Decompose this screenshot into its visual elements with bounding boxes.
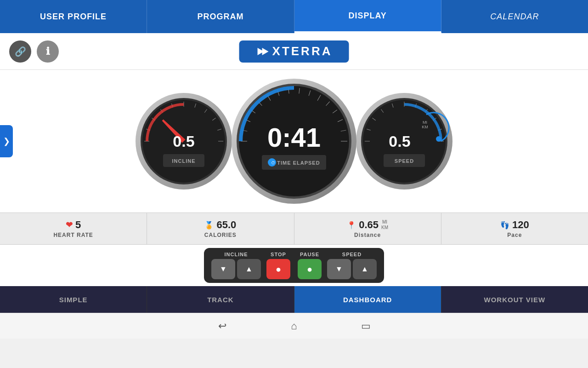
- distance-icon: 📍: [347, 221, 356, 230]
- stop-control-group: STOP ●: [266, 252, 290, 279]
- incline-down-button[interactable]: ▼: [211, 259, 235, 279]
- stat-distance-label: Distance: [354, 232, 381, 238]
- stat-heart-rate-value: ❤ 5: [66, 219, 81, 231]
- tab-simple[interactable]: SIMPLE: [0, 286, 147, 313]
- nav-program[interactable]: PROGRAM: [147, 0, 294, 33]
- pace-icon: 👣: [500, 221, 509, 230]
- gauges-area: ❯: [0, 70, 588, 213]
- stat-calories-label: CALORIES: [204, 232, 237, 238]
- svg-marker-1: [262, 48, 269, 55]
- incline-control-group: INCLINE ▼ ▲: [211, 252, 261, 279]
- svg-text:SPEED: SPEED: [395, 158, 414, 164]
- stop-control-label: STOP: [271, 252, 286, 257]
- svg-text:KM: KM: [422, 125, 428, 129]
- nav-calendar[interactable]: CALENDAR: [441, 0, 588, 33]
- svg-text:INCLINE: INCLINE: [172, 158, 196, 164]
- incline-control-label: INCLINE: [225, 252, 248, 257]
- top-navigation: USER PROFILE PROGRAM DISPLAY CALENDAR: [0, 0, 588, 33]
- nav-display[interactable]: DISPLAY: [294, 0, 441, 33]
- stats-bar: ❤ 5 HEART RATE 🏅 65.0 CALORIES 📍 0.65 MI…: [0, 213, 588, 245]
- svg-text:TIME ELAPSED: TIME ELAPSED: [277, 160, 320, 166]
- stat-pace-label: Pace: [507, 232, 522, 238]
- svg-text:MI: MI: [423, 120, 427, 125]
- info-icon-button[interactable]: ℹ: [37, 40, 59, 63]
- stat-distance: 📍 0.65 MIKM Distance: [294, 213, 441, 244]
- pause-control-group: PAUSE ●: [298, 252, 322, 279]
- speed-gauge-container: MI KM 0.5 SPEED: [354, 77, 455, 206]
- incline-gauge-svg: INCLINE 0.5: [133, 91, 234, 192]
- recents-button[interactable]: ▭: [357, 318, 374, 334]
- nav-user-profile[interactable]: USER PROFILE: [0, 0, 147, 33]
- speed-up-button[interactable]: ▲: [353, 259, 377, 279]
- svg-point-58: [436, 136, 441, 142]
- incline-gauge-container: INCLINE 0.5: [133, 77, 234, 206]
- back-button[interactable]: ↩: [214, 318, 231, 334]
- time-elapsed-gauge-svg: 0:41 ⏱ TIME ELAPSED: [230, 77, 358, 206]
- speed-down-button[interactable]: ▼: [327, 259, 351, 279]
- link-icon-button[interactable]: 🔗: [9, 40, 31, 63]
- scroll-left-arrow[interactable]: ❯: [0, 125, 13, 157]
- pause-button[interactable]: ●: [298, 259, 322, 279]
- calories-icon: 🏅: [204, 221, 214, 230]
- stat-calories: 🏅 65.0 CALORIES: [147, 213, 294, 244]
- svg-text:0:41: 0:41: [267, 122, 321, 152]
- xterra-logo[interactable]: XTERRA: [239, 40, 349, 63]
- heart-icon: ❤: [66, 220, 73, 230]
- stat-heart-rate-label: HEART RATE: [53, 232, 93, 238]
- system-nav: ↩ ⌂ ▭: [0, 313, 588, 339]
- stat-heart-rate: ❤ 5 HEART RATE: [0, 213, 147, 244]
- tab-workout-view[interactable]: WORKOUT VIEW: [441, 286, 588, 313]
- xterra-logo-icon: [256, 44, 271, 59]
- speed-control-label: SPEED: [342, 252, 362, 257]
- svg-text:0.5: 0.5: [173, 132, 194, 150]
- header-icons: 🔗 ℹ: [9, 40, 59, 63]
- stat-pace-value: 👣 120: [500, 219, 529, 231]
- incline-up-button[interactable]: ▲: [237, 259, 261, 279]
- controls-panel: INCLINE ▼ ▲ STOP ● PAUSE ● SPEED ▼ ▲: [204, 248, 384, 283]
- svg-text:⏱: ⏱: [271, 161, 275, 165]
- speed-buttons: ▼ ▲: [327, 259, 377, 279]
- speed-control-group: SPEED ▼ ▲: [327, 252, 377, 279]
- xterra-logo-text: XTERRA: [272, 44, 333, 58]
- tab-track[interactable]: TRACK: [147, 286, 294, 313]
- controls-bar: INCLINE ▼ ▲ STOP ● PAUSE ● SPEED ▼ ▲: [0, 245, 588, 286]
- stat-pace: 👣 120 Pace: [441, 213, 588, 244]
- tab-dashboard[interactable]: DASHBOARD: [294, 286, 441, 313]
- stop-button[interactable]: ●: [266, 259, 290, 279]
- stat-distance-value: 📍 0.65 MIKM: [347, 219, 388, 231]
- pause-control-label: PAUSE: [300, 252, 319, 257]
- distance-unit: MIKM: [381, 219, 388, 230]
- stat-calories-value: 🏅 65.0: [204, 219, 236, 231]
- time-elapsed-gauge-container: 0:41 ⏱ TIME ELAPSED: [230, 72, 358, 210]
- home-button[interactable]: ⌂: [286, 318, 302, 334]
- speed-gauge-svg: MI KM 0.5 SPEED: [354, 91, 455, 192]
- header: 🔗 ℹ XTERRA: [0, 33, 588, 70]
- incline-buttons: ▼ ▲: [211, 259, 261, 279]
- svg-text:0.5: 0.5: [389, 132, 410, 150]
- bottom-tabs: SIMPLE TRACK DASHBOARD WORKOUT VIEW: [0, 286, 588, 313]
